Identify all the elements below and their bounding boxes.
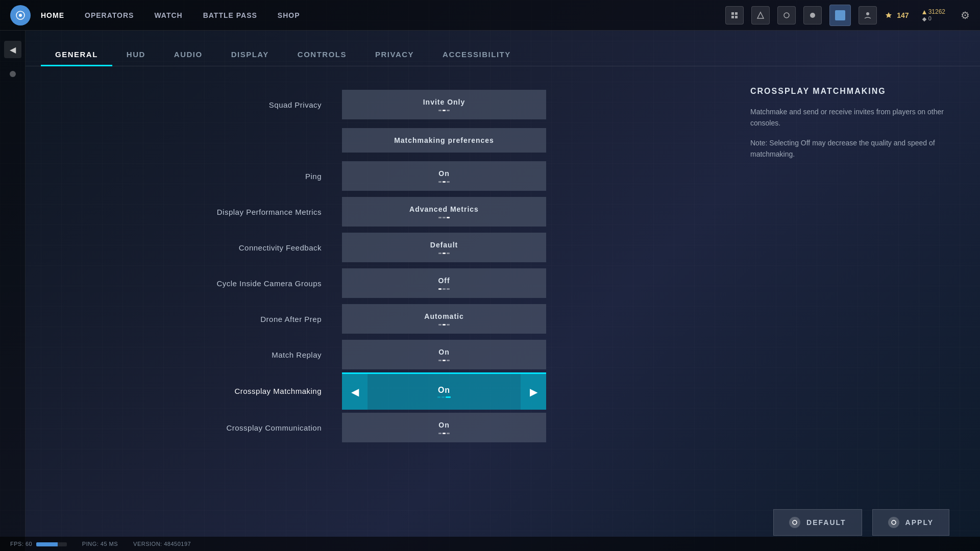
setting-label-crossplay-matchmaking: Crossplay Matchmaking <box>128 387 342 395</box>
svg-rect-9 <box>835 10 845 20</box>
svg-point-10 <box>866 12 869 15</box>
setting-control-cycle-camera: Off <box>342 268 546 298</box>
tab-controls[interactable]: CONTROLS <box>283 44 361 66</box>
default-btn-icon <box>789 517 800 528</box>
slider-perf-metrics <box>438 217 450 218</box>
setting-control-crossplay-matchmaking: ◀ On ▶ <box>342 372 546 410</box>
svg-marker-12 <box>922 10 926 14</box>
apply-button[interactable]: APPLY <box>872 509 949 536</box>
svg-rect-3 <box>735 12 738 15</box>
svg-point-7 <box>784 13 789 18</box>
setting-label-crossplay-communication: Crossplay Communication <box>128 423 342 432</box>
matchmaking-prefs-btn[interactable]: Matchmaking preferences <box>342 128 546 153</box>
tab-privacy[interactable]: PRIVACY <box>361 44 428 66</box>
default-button[interactable]: DEFAULT <box>773 509 862 536</box>
setting-row-perf-metrics: Display Performance Metrics Advanced Met… <box>128 194 694 230</box>
info-panel: CROSSPLAY MATCHMAKING Matchmake and send… <box>725 66 980 551</box>
currency-value: 147 <box>897 11 909 19</box>
fps-display: FPS: 60 <box>10 541 67 547</box>
svg-point-15 <box>892 520 896 524</box>
crossplay-communication-btn[interactable]: On <box>342 413 546 442</box>
nav-icon-btn-5[interactable] <box>829 5 851 26</box>
slider-crossplay-matchmaking <box>374 396 514 398</box>
setting-control-ping: On <box>342 161 546 191</box>
nav-icon-btn-1[interactable] <box>725 6 744 24</box>
setting-row-cycle-camera: Cycle Inside Camera Groups Off <box>128 265 694 301</box>
match-replay-btn[interactable]: On <box>342 340 546 369</box>
svg-point-1 <box>19 14 22 17</box>
setting-label-ping: Ping <box>128 172 342 181</box>
setting-control-drone: Automatic <box>342 304 546 334</box>
info-panel-desc1: Matchmake and send or receive invites fr… <box>750 106 954 129</box>
slider-drone <box>438 324 450 325</box>
setting-label-cycle-camera: Cycle Inside Camera Groups <box>128 279 342 288</box>
perf-metrics-btn[interactable]: Advanced Metrics <box>342 197 546 227</box>
setting-control-squad-privacy: Invite Only <box>342 90 546 119</box>
nav-item-operators[interactable]: OPERATORS <box>85 9 134 22</box>
setting-control-match-replay: On <box>342 340 546 369</box>
setting-row-connectivity: Connectivity Feedback Default <box>128 230 694 265</box>
settings-tabs: GENERAL HUD AUDIO DISPLAY CONTROLS PRIVA… <box>26 31 980 66</box>
setting-control-perf-metrics: Advanced Metrics <box>342 197 546 227</box>
slider-crossplay-communication <box>438 433 450 434</box>
ping-btn[interactable]: On <box>342 161 546 191</box>
side-navigation: ◀ <box>0 31 26 551</box>
setting-row-match-replay: Match Replay On <box>128 337 694 372</box>
status-bar: FPS: 60 PING: 45 MS VERSION: 48450197 <box>0 537 980 551</box>
connectivity-btn[interactable]: Default <box>342 233 546 262</box>
nav-icon-btn-6[interactable] <box>859 6 877 24</box>
drone-btn[interactable]: Automatic <box>342 304 546 334</box>
side-indicator <box>10 71 16 77</box>
setting-label-match-replay: Match Replay <box>128 350 342 359</box>
slider-connectivity <box>438 253 450 254</box>
setting-control-matchmaking: Matchmaking preferences <box>342 128 546 153</box>
svg-rect-4 <box>731 16 734 18</box>
settings-list: Squad Privacy Invite Only Matchmaking pr… <box>26 66 725 551</box>
version-display: VERSION: 48450197 <box>133 541 191 547</box>
slider-squad-privacy <box>438 110 450 111</box>
svg-marker-11 <box>886 12 892 18</box>
svg-point-8 <box>810 13 815 18</box>
svg-rect-2 <box>731 12 734 15</box>
tab-audio[interactable]: AUDIO <box>160 44 217 66</box>
info-panel-desc2: Note: Selecting Off may decrease the qua… <box>750 137 954 160</box>
setting-label-drone: Drone After Prep <box>128 315 342 323</box>
game-logo <box>10 5 31 26</box>
tab-display[interactable]: DISPLAY <box>217 44 283 66</box>
top-navigation: HOME OPERATORS WATCH BATTLE PASS SHOP 14… <box>0 0 980 31</box>
nav-item-shop[interactable]: SHOP <box>278 9 300 22</box>
nav-icons: 147 31262 0 ⚙ <box>725 5 970 26</box>
tab-hud[interactable]: HUD <box>112 44 160 66</box>
crossplay-matchmaking-prev[interactable]: ◀ <box>342 374 368 410</box>
setting-row-crossplay-communication: Crossplay Communication On <box>128 410 694 445</box>
nav-icon-btn-4[interactable] <box>803 6 822 24</box>
tab-accessibility[interactable]: ACCESSIBILITY <box>428 44 525 66</box>
nav-item-watch[interactable]: WATCH <box>154 9 182 22</box>
main-content: Squad Privacy Invite Only Matchmaking pr… <box>26 66 980 551</box>
setting-control-crossplay-communication: On <box>342 413 546 442</box>
back-button[interactable]: ◀ <box>4 41 21 58</box>
crossplay-matchmaking-control: ◀ On ▶ <box>342 372 546 410</box>
info-panel-title: CROSSPLAY MATCHMAKING <box>750 87 954 96</box>
nav-item-home[interactable]: HOME <box>41 9 64 22</box>
setting-row-ping: Ping On <box>128 158 694 194</box>
setting-row-matchmaking: Matchmaking preferences <box>128 122 694 158</box>
nav-item-battlepass[interactable]: BATTLE PASS <box>203 9 257 22</box>
cycle-camera-btn[interactable]: Off <box>342 268 546 298</box>
crossplay-matchmaking-value: On <box>368 380 521 404</box>
crossplay-matchmaking-next[interactable]: ▶ <box>521 374 546 410</box>
squad-privacy-btn[interactable]: Invite Only <box>342 90 546 119</box>
ping-display: PING: 45 MS <box>82 541 118 547</box>
nav-icon-btn-3[interactable] <box>777 6 796 24</box>
r6-currency: 31262 0 <box>922 8 945 21</box>
setting-control-connectivity: Default <box>342 233 546 262</box>
svg-marker-6 <box>757 12 764 18</box>
fps-graph <box>36 542 67 546</box>
nav-icon-btn-2[interactable] <box>751 6 770 24</box>
setting-row-drone: Drone After Prep Automatic <box>128 301 694 337</box>
settings-gear-icon[interactable]: ⚙ <box>961 9 970 21</box>
svg-point-14 <box>793 520 797 524</box>
svg-rect-5 <box>735 16 738 18</box>
bottom-buttons: DEFAULT APPLY <box>773 509 949 536</box>
tab-general[interactable]: GENERAL <box>41 44 112 66</box>
